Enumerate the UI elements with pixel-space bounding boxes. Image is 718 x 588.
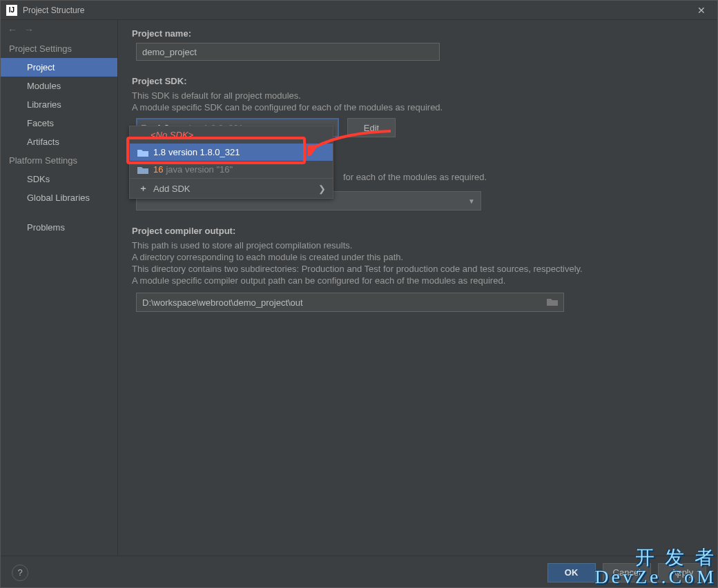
sdk-option-16[interactable]: 16 java version "16" [130, 161, 333, 178]
forward-button[interactable]: → [24, 24, 34, 35]
compiler-desc-1: This path is used to store all project c… [132, 240, 704, 251]
sidebar-item-sdks[interactable]: SDKs [1, 170, 117, 188]
close-button[interactable]: ✕ [691, 5, 712, 16]
sdk-option-sub: java version "16" [166, 164, 233, 175]
sdk-option-1-8[interactable]: 1.8 version 1.8.0_321 [130, 144, 333, 161]
back-button[interactable]: ← [8, 24, 17, 35]
edit-sdk-button[interactable]: Edit [347, 118, 396, 137]
project-name-label: Project name: [132, 28, 704, 39]
no-sdk-label: <No SDK> [137, 130, 193, 140]
sidebar-item-global-libraries[interactable]: Global Libraries [1, 188, 117, 207]
compiler-desc-3: This directory contains two subdirectori… [132, 264, 704, 274]
lang-level-desc-tail: for each of the modules as required. [343, 172, 487, 182]
sidebar-item-artifacts[interactable]: Artifacts [1, 133, 117, 151]
compiler-output-path-text: D:\workspace\webroot\demo_project\out [142, 297, 303, 308]
sdk-desc-2: A module specific SDK can be configured … [132, 102, 704, 112]
help-button[interactable]: ? [12, 565, 28, 581]
sdk-option-main: 1.8 [153, 147, 166, 157]
sidebar-item-libraries[interactable]: Libraries [1, 95, 117, 114]
sdk-desc-1: This SDK is default for all project modu… [132, 90, 704, 101]
chevron-right-icon: ❯ [318, 184, 326, 194]
compiler-desc-2: A directory corresponding to each module… [132, 252, 704, 262]
apply-button[interactable]: Apply [658, 563, 706, 582]
compiler-desc-4: A module specific compiler output path c… [132, 275, 704, 286]
cancel-button[interactable]: Cancel [603, 563, 651, 582]
dialog-footer: ? OK Cancel Apply [1, 556, 717, 588]
sidebar-item-modules[interactable]: Modules [1, 77, 117, 95]
chevron-down-icon: ▼ [468, 197, 475, 205]
compiler-output-path-input[interactable]: D:\workspace\webroot\demo_project\out [136, 293, 564, 312]
section-header-project-settings: Project Settings [1, 39, 117, 58]
compiler-output-label: Project compiler output: [132, 226, 704, 236]
ok-button[interactable]: OK [547, 563, 596, 582]
plus-icon: ＋ [137, 182, 149, 195]
content-pane: Project name: Project SDK: This SDK is d… [118, 20, 717, 556]
browse-folder-icon[interactable] [547, 297, 558, 308]
folder-icon [137, 166, 149, 174]
add-sdk-label: Add SDK [153, 184, 190, 194]
app-logo-icon: IJ [6, 5, 17, 16]
sdk-option-main: 16 [153, 164, 163, 175]
titlebar: IJ Project Structure ✕ [1, 1, 717, 20]
add-sdk-menu[interactable]: ＋ Add SDK ❯ [130, 179, 333, 198]
folder-icon [137, 148, 149, 157]
project-name-input[interactable] [136, 43, 440, 61]
sdk-option-none[interactable]: <No SDK> [130, 126, 333, 144]
sidebar-item-problems[interactable]: Problems [1, 218, 117, 237]
section-header-platform-settings: Platform Settings [1, 151, 117, 170]
sdk-dropdown: <No SDK> 1.8 version 1.8.0_321 16 java v… [129, 126, 333, 199]
sidebar-item-project[interactable]: Project [1, 58, 117, 77]
sidebar-item-facets[interactable]: Facets [1, 114, 117, 133]
sdk-option-sub: version 1.8.0_321 [168, 147, 240, 157]
project-sdk-label: Project SDK: [132, 76, 704, 86]
sidebar: ← → Project Settings Project Modules Lib… [1, 20, 118, 556]
dialog-title: Project Structure [23, 6, 691, 15]
